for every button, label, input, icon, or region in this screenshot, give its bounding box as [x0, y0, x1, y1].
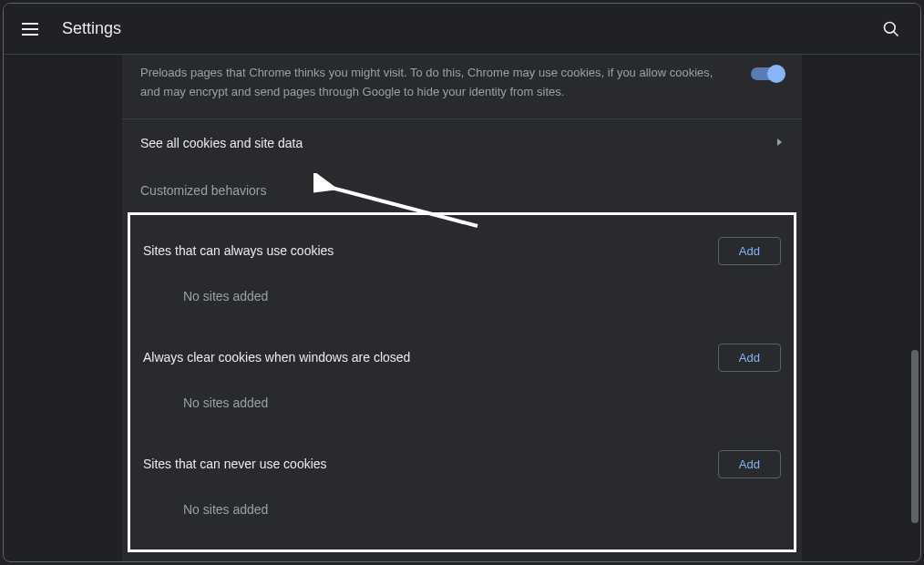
scrollbar-thumb[interactable]: [911, 350, 919, 523]
sites-always-allow-empty: No sites added: [143, 272, 781, 314]
add-clear-on-close-button[interactable]: Add: [718, 344, 781, 372]
add-always-allow-button[interactable]: Add: [718, 237, 781, 265]
search-icon[interactable]: [880, 18, 902, 40]
scrollbar[interactable]: [909, 58, 920, 558]
see-all-cookies-label: See all cookies and site data: [140, 136, 776, 150]
sites-clear-on-close-section: Always clear cookies when windows are cl…: [130, 329, 794, 436]
sites-always-allow-title: Sites that can always use cookies: [143, 243, 334, 258]
page-title: Settings: [62, 19, 121, 38]
sites-never-allow-title: Sites that can never use cookies: [143, 457, 327, 471]
sites-clear-on-close-title: Always clear cookies when windows are cl…: [143, 350, 410, 365]
svg-line-1: [894, 31, 898, 36]
chevron-right-icon: [776, 137, 784, 149]
behaviors-highlight: Sites that can always use cookies Add No…: [128, 212, 796, 552]
menu-icon[interactable]: [22, 18, 44, 40]
svg-point-0: [885, 22, 896, 33]
customized-behaviors-header: Customized behaviors: [122, 167, 802, 212]
top-bar: Settings: [4, 4, 920, 55]
add-never-allow-button[interactable]: Add: [718, 450, 781, 478]
sites-never-allow-section: Sites that can never use cookies Add No …: [130, 436, 794, 542]
preload-row: Preloads pages that Chrome thinks you mi…: [122, 55, 802, 119]
see-all-cookies-row[interactable]: See all cookies and site data: [122, 119, 802, 167]
sites-always-allow-section: Sites that can always use cookies Add No…: [130, 222, 794, 329]
settings-panel: Preloads pages that Chrome thinks you mi…: [122, 55, 802, 561]
preload-description: Preloads pages that Chrome thinks you mi…: [140, 64, 751, 102]
preload-toggle[interactable]: [751, 67, 784, 80]
sites-clear-on-close-empty: No sites added: [143, 379, 781, 421]
sites-never-allow-empty: No sites added: [143, 486, 781, 528]
